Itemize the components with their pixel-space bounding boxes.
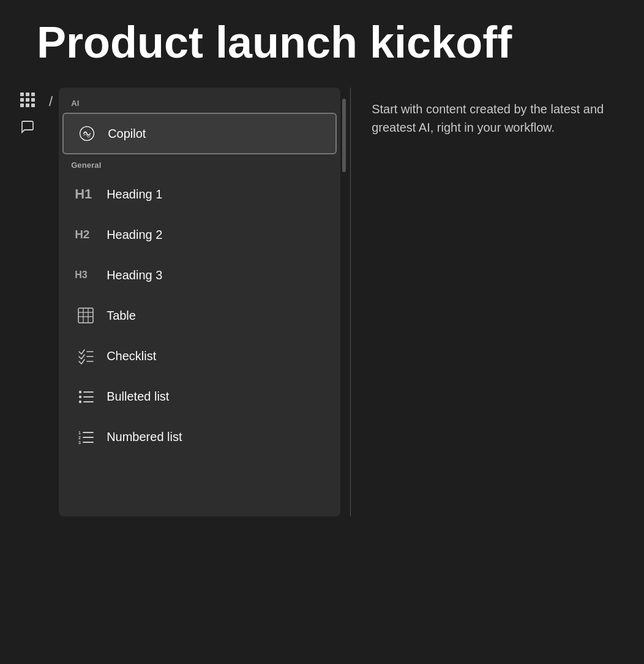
- vertical-divider: [350, 88, 351, 516]
- h2-icon: H2: [75, 224, 97, 246]
- svg-point-11: [79, 396, 81, 398]
- numbered-list-label: Numbered list: [107, 430, 182, 444]
- heading3-label: Heading 3: [107, 268, 162, 282]
- menu-item-table[interactable]: Table: [62, 296, 337, 335]
- copilot-label: Copilot: [108, 127, 146, 141]
- table-icon: [75, 304, 97, 326]
- ai-section-label: AI: [59, 94, 340, 111]
- slash-label: /: [43, 85, 59, 516]
- description-panel: Start with content created by the latest…: [353, 88, 644, 516]
- copilot-icon: [76, 123, 98, 145]
- description-text: Start with content created by the latest…: [372, 100, 604, 137]
- dropdown-panel: AI Copilot General H1 Head: [59, 88, 644, 516]
- svg-point-13: [79, 401, 81, 403]
- chat-icon[interactable]: [19, 118, 36, 135]
- menu-item-heading2[interactable]: H2 Heading 2: [62, 215, 337, 254]
- menu-item-copilot[interactable]: Copilot: [62, 113, 337, 154]
- scrollbar[interactable]: [342, 99, 346, 172]
- checklist-label: Checklist: [107, 349, 156, 363]
- menu-item-bulleted-list[interactable]: Bulleted list: [62, 377, 337, 416]
- h1-icon: H1: [75, 183, 97, 205]
- checklist-icon: [75, 345, 97, 367]
- bulleted-list-label: Bulleted list: [107, 390, 169, 404]
- menu-item-heading1[interactable]: H1 Heading 1: [62, 175, 337, 214]
- number-icon: 1 2 3: [75, 426, 97, 448]
- heading1-label: Heading 1: [107, 187, 162, 202]
- svg-text:3: 3: [78, 440, 81, 445]
- page-title: Product launch kickoff: [0, 0, 644, 85]
- svg-rect-1: [78, 308, 93, 323]
- dropdown-list: AI Copilot General H1 Head: [59, 88, 340, 516]
- menu-item-numbered-list[interactable]: 1 2 3 Numbered list: [62, 417, 337, 456]
- svg-text:1: 1: [78, 431, 81, 435]
- menu-item-heading3[interactable]: H3 Heading 3: [62, 255, 337, 295]
- h3-icon: H3: [75, 264, 97, 286]
- table-label: Table: [107, 309, 136, 323]
- grid-icon[interactable]: [19, 91, 36, 108]
- svg-point-9: [79, 391, 81, 393]
- general-section-label: General: [59, 156, 340, 173]
- bullet-icon: [75, 385, 97, 407]
- menu-item-checklist[interactable]: Checklist: [62, 336, 337, 375]
- sidebar-icons: [12, 85, 43, 516]
- heading2-label: Heading 2: [107, 228, 162, 242]
- svg-text:2: 2: [78, 436, 81, 440]
